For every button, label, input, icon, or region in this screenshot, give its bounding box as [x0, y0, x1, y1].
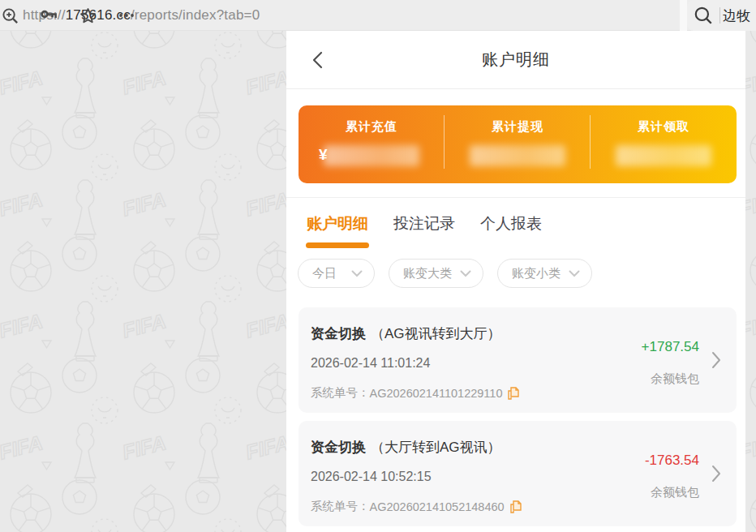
summary-claim: 累计领取: [591, 105, 737, 183]
transaction-list: 资金切换（AG视讯转到大厅） 2026-02-14 11:01:24 系统单号：…: [299, 307, 737, 526]
search-input-text[interactable]: 边牧: [723, 6, 750, 25]
txn-wallet: 余额钱包: [642, 371, 699, 387]
summary-claim-value: [616, 145, 711, 166]
summary-withdraw-label: 累计提现: [445, 119, 591, 135]
txn-type: 资金切换: [311, 440, 366, 455]
active-tab-underline: [306, 242, 369, 248]
tab-personal-report[interactable]: 个人报表: [480, 213, 542, 248]
toolbar-divider: [680, 0, 687, 31]
chevron-right-icon[interactable]: [711, 351, 721, 369]
txn-amount: +1787.54: [642, 339, 699, 355]
chevron-down-icon: [460, 270, 471, 277]
chevron-right-icon[interactable]: [711, 465, 721, 483]
browser-toolbar: https://175616.cc/reports/index?tab=0 边牧: [0, 0, 756, 31]
more-menu-icon[interactable]: [117, 6, 136, 25]
summary-recharge: 累计充值 ¥: [299, 105, 445, 183]
summary-claim-label: 累计领取: [591, 119, 737, 135]
url-path: /reports/index?tab=0: [131, 7, 260, 23]
txn-order-number: AG202602141101229110: [370, 387, 503, 400]
txn-order-row: 系统单号： AG202602141101229110: [311, 385, 519, 401]
txn-detail: （AG视讯转到大厅）: [371, 326, 501, 341]
txn-detail: （大厅转到AG视讯）: [371, 440, 501, 455]
tab-label: 投注记录: [393, 215, 455, 232]
blurred-amount: [616, 145, 711, 166]
tab-account-detail[interactable]: 账户明细: [307, 213, 368, 248]
text-cursor: [719, 7, 720, 24]
back-icon[interactable]: [308, 49, 329, 71]
txn-datetime: 2026-02-14 11:01:24: [311, 356, 430, 371]
zoom-in-icon[interactable]: [0, 6, 19, 25]
tabs: 账户明细 投注记录 个人报表: [307, 213, 745, 248]
app-header: 账户明细: [286, 31, 745, 89]
filter-label: 账变大类: [403, 266, 452, 281]
txn-wallet: 余额钱包: [645, 485, 699, 500]
copy-icon[interactable]: [508, 387, 519, 400]
tab-label: 个人报表: [480, 215, 542, 232]
summary-withdraw: 累计提现: [445, 105, 591, 183]
blurred-amount: [324, 145, 419, 166]
txn-datetime: 2026-02-14 10:52:15: [311, 470, 432, 484]
tab-label: 账户明细: [307, 215, 368, 232]
search-box[interactable]: 边牧: [687, 0, 756, 31]
summary-recharge-label: 累计充值: [299, 119, 445, 135]
filters: 今日 账变大类 账变小类: [298, 259, 745, 288]
filter-label: 账变小类: [512, 266, 561, 281]
chevron-down-icon: [351, 270, 363, 277]
txn-amount: -1763.54: [645, 453, 699, 469]
summary-recharge-value: ¥: [324, 145, 419, 166]
filter-label: 今日: [312, 266, 337, 281]
transaction-row[interactable]: 资金切换（AG视讯转到大厅） 2026-02-14 11:01:24 系统单号：…: [299, 307, 737, 413]
txn-title: 资金切换（大厅转到AG视讯）: [311, 438, 501, 457]
password-key-icon[interactable]: [39, 6, 58, 25]
blurred-amount: [470, 145, 565, 166]
txn-order-label: 系统单号：: [311, 385, 370, 401]
txn-amount-block: +1787.54 余额钱包: [642, 339, 699, 387]
currency-symbol: ¥: [319, 146, 328, 164]
transaction-row[interactable]: 资金切换（大厅转到AG视讯） 2026-02-14 10:52:15 系统单号：…: [299, 421, 737, 526]
filter-category-minor-dropdown[interactable]: 账变小类: [497, 259, 592, 288]
tab-bet-records[interactable]: 投注记录: [393, 213, 455, 248]
section-divider: [286, 197, 745, 198]
txn-order-number: AG202602141052148460: [370, 500, 505, 513]
account-detail-panel: 账户明细 累计充值 ¥ 累计提现 累计领取 账户明细: [286, 31, 745, 532]
txn-order-row: 系统单号： AG202602141052148460: [311, 499, 522, 514]
summary-withdraw-value: [470, 145, 565, 166]
search-icon: [693, 5, 714, 26]
filter-date-dropdown[interactable]: 今日: [298, 259, 375, 288]
summary-card: 累计充值 ¥ 累计提现 累计领取: [299, 105, 737, 183]
txn-title: 资金切换（AG视讯转到大厅）: [311, 324, 501, 343]
txn-type: 资金切换: [311, 326, 366, 341]
copy-icon[interactable]: [510, 500, 522, 513]
txn-amount-block: -1763.54 余额钱包: [645, 453, 699, 500]
page-title: 账户明细: [482, 49, 550, 71]
filter-category-major-dropdown[interactable]: 账变大类: [389, 259, 483, 288]
chevron-down-icon: [569, 270, 580, 277]
bookmark-star-icon[interactable]: [78, 6, 97, 25]
txn-order-label: 系统单号：: [311, 499, 370, 514]
